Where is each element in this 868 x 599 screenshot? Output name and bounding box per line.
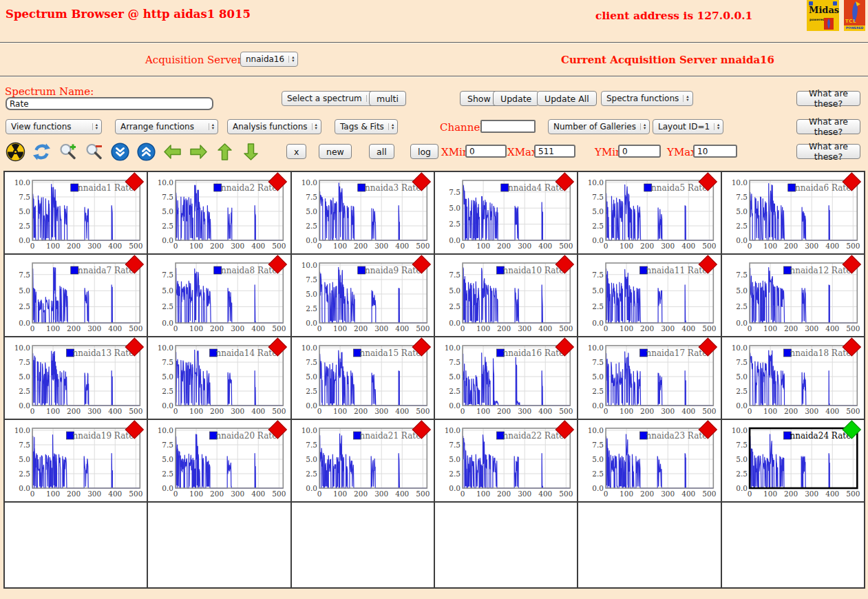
spectrum-panel-nnaida23[interactable]: 0.02.55.07.510.00100200300400500 nnaida2…	[578, 420, 720, 501]
xmin-input[interactable]	[465, 145, 507, 158]
spectrum-panel-nnaida11[interactable]: 0.02.55.07.50100200300400500 nnaida11 Ra…	[578, 255, 720, 336]
ymax-input[interactable]	[693, 145, 737, 158]
spectrum-panel-nnaida4[interactable]: 0.02.55.07.50100200300400500 nnaida4 Rat…	[435, 172, 577, 253]
y-tick-label: 7.5	[593, 271, 604, 279]
y-tick-label: 10.0	[731, 344, 747, 352]
empty-panel-3[interactable]	[292, 503, 434, 587]
x-tick-label: 100	[46, 408, 60, 416]
what-are-these-button-2[interactable]: What are these?	[796, 119, 860, 134]
what-are-these-button-3[interactable]: What are these?	[796, 144, 860, 159]
refresh-icon[interactable]	[32, 142, 52, 162]
spectrum-name-input[interactable]	[6, 97, 213, 110]
y-tick-label: 10.0	[445, 344, 461, 352]
spectrum-panel-nnaida10[interactable]: 0.02.55.07.50100200300400500 nnaida10 Ra…	[435, 255, 577, 336]
radiation-icon[interactable]	[6, 142, 25, 162]
legend-label: nnaida1 Rate	[78, 183, 134, 193]
x-tick-label: 500	[846, 242, 860, 251]
x-button[interactable]: x	[286, 144, 306, 159]
midas-logo[interactable]: Midas powered by	[807, 0, 839, 31]
spectrum-panel-nnaida18[interactable]: 0.02.55.07.510.00100200300400500 nnaida1…	[722, 337, 864, 419]
empty-panel-4[interactable]	[435, 503, 577, 587]
update-button[interactable]: Update	[493, 91, 539, 106]
zoom-in-icon[interactable]	[58, 142, 78, 162]
y-tick-label: 5.0	[162, 207, 174, 216]
spectrum-panel-nnaida3[interactable]: 0.02.55.07.510.00100200300400500 nnaida3…	[292, 172, 434, 253]
y-tick-label: 2.5	[162, 470, 174, 478]
spectrum-panel-nnaida7[interactable]: 0.02.55.07.50100200300400500 nnaida7 Rat…	[5, 255, 147, 336]
x-tick-label: 200	[354, 242, 368, 251]
x-tick-label: 100	[476, 325, 490, 333]
acquisition-server-select[interactable]: nnaida16 ▴▾	[240, 52, 298, 67]
spectrum-panel-nnaida2[interactable]: 0.02.55.07.510.00100200300400500 nnaida2…	[148, 172, 290, 253]
update-all-button[interactable]: Update All	[537, 91, 597, 106]
empty-panel-2[interactable]	[148, 503, 290, 587]
x-tick-label: 500	[846, 325, 860, 333]
spectrum-panel-nnaida16[interactable]: 0.02.55.07.510.00100200300400500 nnaida1…	[435, 337, 577, 419]
channel-input[interactable]	[480, 120, 536, 133]
ymin-input[interactable]	[618, 145, 661, 158]
scroll-up-icon[interactable]	[136, 142, 156, 162]
spectrum-panel-nnaida22[interactable]: 0.02.55.07.510.00100200300400500 nnaida2…	[435, 420, 577, 501]
spectra-functions-select[interactable]: Spectra functions ▴▾	[601, 91, 693, 106]
up-arrow-icon[interactable]	[215, 142, 235, 162]
spectrum-panel-nnaida15[interactable]: 0.02.55.07.510.00100200300400500 nnaida1…	[292, 337, 434, 419]
x-tick-label: 0	[604, 242, 608, 251]
spectrum-panel-nnaida21[interactable]: 0.02.55.07.510.00100200300400500 nnaida2…	[292, 420, 434, 501]
spectrum-panel-nnaida9[interactable]: 0.02.55.07.510.00100200300400500 nnaida9…	[292, 255, 434, 336]
y-tick-label: 2.5	[736, 387, 748, 395]
legend-label: nnaida12 Rate	[790, 266, 851, 275]
rate-trace	[463, 353, 570, 406]
spectrum-panel-nnaida14[interactable]: 0.02.55.07.510.00100200300400500 nnaida1…	[148, 337, 290, 419]
empty-panel-1[interactable]	[5, 503, 147, 587]
log-button[interactable]: log	[410, 144, 438, 159]
empty-panel-5[interactable]	[578, 503, 720, 587]
x-tick-label: 400	[108, 408, 122, 416]
x-tick-label: 300	[805, 242, 818, 251]
legend-label: nnaida6 Rate	[795, 183, 851, 193]
x-tick-label: 400	[825, 325, 839, 333]
arrange-functions-select[interactable]: Arrange functions ▴▾	[115, 119, 218, 134]
spectrum-panel-nnaida8[interactable]: 0.02.55.07.50100200300400500 nnaida8 Rat…	[148, 255, 290, 336]
new-button[interactable]: new	[319, 144, 352, 159]
down-arrow-icon[interactable]	[241, 142, 261, 162]
legend-label: nnaida21 Rate	[359, 431, 421, 441]
zoom-out-icon[interactable]	[84, 142, 104, 162]
spectrum-panel-nnaida24[interactable]: 0.02.55.07.510.00100200300400500 nnaida2…	[722, 420, 864, 501]
spectrum-panel-nnaida19[interactable]: 0.02.55.07.510.00100200300400500 nnaida1…	[5, 420, 147, 501]
what-are-these-button-1[interactable]: What are these?	[796, 91, 860, 106]
scroll-down-icon[interactable]	[110, 142, 130, 162]
spectrum-panel-nnaida20[interactable]: 0.02.55.07.510.00100200300400500 nnaida2…	[148, 420, 290, 501]
y-tick-label: 10.0	[588, 426, 604, 434]
spectrum-panel-nnaida6[interactable]: 0.02.55.07.510.00100200300400500 nnaida6…	[722, 172, 864, 253]
y-tick-label: 7.5	[306, 275, 317, 284]
number-of-galleries-select[interactable]: Number of Galleries ▴▾	[548, 119, 650, 134]
y-tick-label: 2.5	[593, 470, 604, 478]
y-tick-label: 2.5	[593, 302, 604, 311]
spectrum-panel-nnaida5[interactable]: 0.02.55.07.510.00100200300400500 nnaida5…	[578, 172, 720, 253]
all-button[interactable]: all	[369, 144, 394, 159]
view-functions-select[interactable]: View functions ▴▾	[6, 119, 102, 134]
analysis-functions-select[interactable]: Analysis functions ▴▾	[227, 119, 321, 134]
right-arrow-icon[interactable]	[189, 142, 209, 162]
layout-id-select[interactable]: Layout ID=1 ▴▾	[653, 119, 723, 134]
spectrum-panel-nnaida1[interactable]: 0.02.55.07.510.00100200300400500 nnaida1…	[5, 172, 147, 253]
y-tick-label: 10.0	[158, 178, 173, 187]
left-arrow-icon[interactable]	[162, 142, 182, 162]
legend-label: nnaida15 Rate	[359, 348, 421, 358]
multi-button[interactable]: multi	[369, 91, 406, 106]
x-tick-label: 100	[189, 242, 203, 251]
tags-fits-select[interactable]: Tags & Fits ▴▾	[335, 119, 398, 134]
spectrum-panel-nnaida12[interactable]: 0.02.55.07.50100200300400500 nnaida12 Ra…	[722, 255, 864, 336]
select-spectrum-select[interactable]: Select a spectrum ▴▾	[282, 91, 376, 106]
tcl-powered-logo[interactable]: TCL POWERED	[844, 0, 865, 31]
x-tick-label: 200	[67, 490, 81, 498]
y-tick-label: 0.0	[449, 319, 461, 327]
x-tick-label: 200	[640, 242, 654, 251]
y-tick-label: 7.5	[736, 441, 748, 449]
spectrum-panel-nnaida17[interactable]: 0.02.55.07.510.00100200300400500 nnaida1…	[578, 337, 720, 419]
y-tick-label: 0.0	[162, 319, 174, 327]
y-tick-label: 10.0	[301, 426, 317, 434]
empty-panel-6[interactable]	[722, 503, 864, 587]
spectrum-panel-nnaida13[interactable]: 0.02.55.07.510.00100200300400500 nnaida1…	[5, 337, 147, 419]
xmax-input[interactable]	[534, 145, 575, 158]
